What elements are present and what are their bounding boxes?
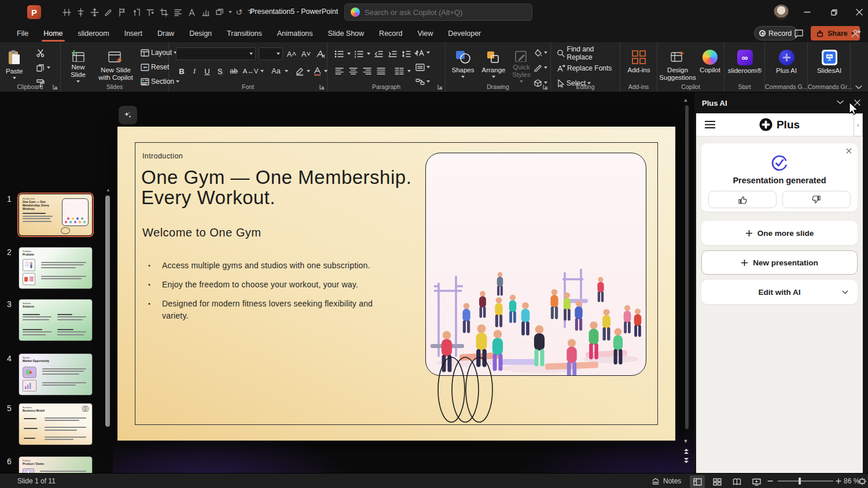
- shape-fill-button[interactable]: [534, 47, 547, 58]
- new-presentation-button[interactable]: New presentation: [701, 250, 858, 275]
- font-name-combobox[interactable]: [176, 47, 256, 60]
- highlight-color-button[interactable]: [294, 65, 306, 77]
- pane-options-chevron-icon[interactable]: [837, 100, 844, 105]
- font-color-button[interactable]: [311, 65, 323, 77]
- canvas-scrollbar-thumb[interactable]: [685, 105, 689, 429]
- text-orientation-icon[interactable]: [131, 7, 141, 17]
- zoom-level[interactable]: 86 %: [844, 474, 859, 488]
- slide-bullet-list[interactable]: Access multiple gyms and studios with on…: [148, 260, 380, 329]
- increase-indent-button[interactable]: [387, 48, 398, 60]
- tab-transitions[interactable]: Transitions: [219, 24, 270, 42]
- scroll-up-icon[interactable]: ▲: [683, 97, 689, 103]
- slidesai-button[interactable]: SlidesAI: [812, 46, 846, 83]
- shapes-button[interactable]: Shapes: [449, 46, 477, 83]
- grow-font-button[interactable]: A˄: [286, 48, 297, 60]
- presenter-coach-icon[interactable]: [849, 27, 863, 40]
- dismiss-status-icon[interactable]: [846, 148, 852, 154]
- columns-button[interactable]: [393, 65, 405, 77]
- tab-insert[interactable]: Insert: [117, 24, 150, 42]
- comments-button[interactable]: [792, 27, 806, 39]
- new-slide-with-copilot-button[interactable]: New Slide with Copilot: [94, 46, 137, 83]
- zoom-out-button[interactable]: [767, 474, 773, 488]
- text-shadow-button[interactable]: S: [214, 65, 226, 77]
- format-painter-icon[interactable]: [103, 7, 113, 17]
- distribute-horizontal-icon[interactable]: [61, 7, 72, 17]
- bullets-button[interactable]: [333, 48, 345, 60]
- slide-sorter-view-button[interactable]: [709, 475, 724, 488]
- search-input[interactable]: [365, 8, 526, 17]
- search-box[interactable]: [344, 3, 532, 21]
- tab-view[interactable]: View: [410, 24, 440, 42]
- italic-button[interactable]: I: [189, 65, 200, 77]
- clear-formatting-button[interactable]: [315, 48, 326, 60]
- paste-button[interactable]: Paste: [6, 46, 23, 83]
- decrease-indent-button[interactable]: [373, 48, 384, 60]
- coil-decoration[interactable]: [435, 354, 495, 426]
- drawing-dialog-launcher[interactable]: [543, 84, 548, 90]
- addins-button[interactable]: Add-ins: [623, 46, 655, 83]
- previous-slide-button[interactable]: [683, 449, 690, 454]
- close-button[interactable]: [846, 0, 868, 24]
- new-slide-button[interactable]: New Slide: [64, 46, 92, 83]
- undo-icon[interactable]: ↺: [234, 7, 244, 17]
- justify-button[interactable]: [375, 65, 387, 77]
- font-size-combobox[interactable]: [259, 47, 283, 60]
- scroll-down-icon[interactable]: ▼: [683, 438, 689, 444]
- tab-design[interactable]: Design: [182, 24, 219, 42]
- align-center-button[interactable]: [347, 65, 359, 77]
- tab-record[interactable]: Record: [372, 24, 410, 42]
- shrink-font-button[interactable]: A˅: [300, 48, 312, 60]
- powerpoint-logo-icon[interactable]: P: [27, 5, 41, 19]
- copy-button[interactable]: [36, 62, 50, 73]
- one-more-slide-button[interactable]: One more slide: [701, 221, 858, 245]
- align-text-icon[interactable]: [172, 7, 183, 17]
- bold-button[interactable]: B: [176, 65, 187, 77]
- change-case-button[interactable]: Aa: [269, 65, 284, 77]
- slideshow-view-button[interactable]: [749, 475, 764, 488]
- character-spacing-button[interactable]: A↔V: [242, 65, 259, 77]
- strikethrough-button[interactable]: ab: [227, 65, 241, 77]
- avatar[interactable]: [774, 5, 789, 20]
- minimize-button[interactable]: [794, 0, 821, 24]
- zoom-slider[interactable]: [778, 474, 833, 488]
- reading-view-button[interactable]: [729, 475, 744, 488]
- copilot-button[interactable]: Copilot: [697, 46, 723, 83]
- clipboard-dialog-launcher[interactable]: [53, 84, 58, 90]
- collapse-ribbon-icon[interactable]: [855, 85, 862, 90]
- design-suggestions-button[interactable]: Design Suggestions: [659, 46, 697, 83]
- text-box-icon[interactable]: [145, 7, 155, 17]
- thumb-scroll-up-icon[interactable]: ▲: [106, 187, 111, 193]
- canvas-scrollbar[interactable]: ▲ ▼: [682, 93, 692, 473]
- slide-title[interactable]: One Gym — One Membership. Every Workout.: [141, 167, 411, 208]
- fit-slide-button[interactable]: [858, 474, 866, 488]
- edit-with-ai-button[interactable]: Edit with AI: [701, 280, 858, 304]
- line-spacing-button[interactable]: [400, 48, 412, 60]
- font-icon[interactable]: [186, 7, 197, 17]
- tab-slideroom[interactable]: slideroom: [71, 24, 117, 42]
- thumbnail-slide-1[interactable]: Introduction One Gym — One Membership. E…: [19, 194, 92, 235]
- move-shape-icon[interactable]: [89, 7, 100, 17]
- restore-button[interactable]: [821, 0, 847, 24]
- align-center-icon[interactable]: [75, 7, 86, 17]
- insert-chart-icon[interactable]: [200, 7, 211, 17]
- tab-home[interactable]: Home: [36, 24, 70, 42]
- duplicate-slide-icon[interactable]: [214, 7, 225, 17]
- zoom-sl ider-thumb[interactable]: [799, 478, 801, 485]
- thumbnail-slide-5[interactable]: BusinessBusiness Model: [19, 404, 92, 445]
- indent-flag-icon[interactable]: [117, 7, 127, 17]
- crop-icon[interactable]: [159, 7, 169, 17]
- thumbnail-slide-6[interactable]: ProductProduct / Demo: [19, 457, 92, 473]
- tab-animations[interactable]: Animations: [270, 24, 321, 42]
- align-right-button[interactable]: [361, 65, 373, 77]
- tab-file[interactable]: File: [9, 24, 36, 42]
- find-replace-button[interactable]: Find and Replace: [557, 47, 620, 59]
- tab-developer[interactable]: Developer: [440, 24, 488, 42]
- thumbnail-slide-2[interactable]: ProblemProblem: [19, 247, 92, 289]
- slide-eyebrow[interactable]: Introduction: [142, 152, 183, 160]
- slideroom-button[interactable]: ∞ slideroom®: [724, 46, 765, 83]
- cut-button[interactable]: [36, 47, 50, 58]
- tab-draw[interactable]: Draw: [150, 24, 182, 42]
- zoom-in-button[interactable]: [836, 474, 841, 488]
- paragraph-dialog-launcher[interactable]: [437, 84, 443, 90]
- quick-styles-button[interactable]: Quick Styles: [509, 46, 534, 83]
